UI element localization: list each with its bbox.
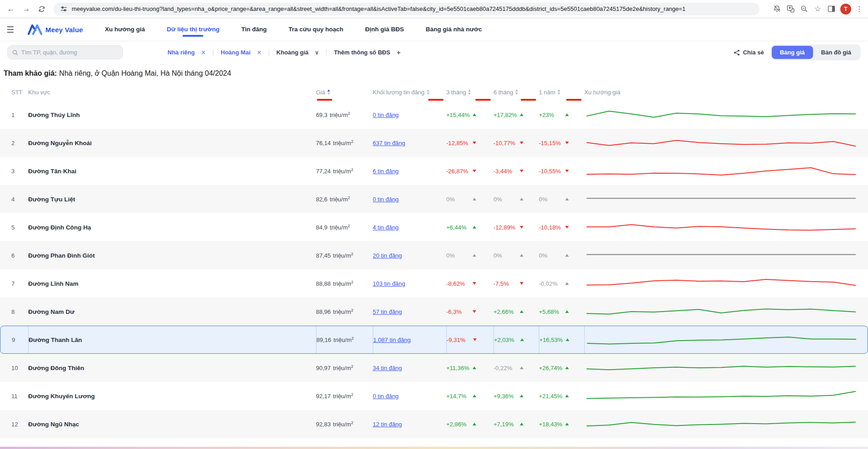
- price-value: 92,83: [316, 421, 331, 428]
- listings-link[interactable]: 0 tin đăng: [373, 196, 399, 203]
- table-row[interactable]: 10Đường Đông Thiên90,97triệu/m234 tin đă…: [0, 354, 868, 382]
- back-icon[interactable]: ←: [5, 3, 17, 15]
- listings-link[interactable]: 1.087 tin đăng: [373, 337, 410, 343]
- change-value: +15,44%: [446, 112, 473, 118]
- trend-down-arrow-icon: [520, 226, 523, 229]
- price-cell: 69,3triệu/m2: [316, 101, 373, 129]
- price-value: 87,45: [316, 252, 331, 259]
- change-m6-cell: -3,44%: [493, 157, 539, 185]
- table-row[interactable]: 3Đường Tân Khai77,24triệu/m26 tin đăng-2…: [0, 157, 868, 185]
- filter-chip-1[interactable]: Hoàng Mai✕: [213, 49, 269, 56]
- translate-icon[interactable]: [786, 5, 795, 14]
- nav-item-2[interactable]: Tin đăng: [231, 21, 276, 38]
- listings-link[interactable]: 637 tin đăng: [373, 140, 405, 146]
- trend-up-arrow-icon: [565, 366, 569, 369]
- sort-icon[interactable]: [468, 89, 471, 95]
- listings-link[interactable]: 0 tin đăng: [373, 112, 399, 118]
- listings-link[interactable]: 57 tin đăng: [373, 308, 402, 315]
- sort-icon[interactable]: [427, 89, 429, 95]
- table-row[interactable]: 9Đường Thanh Lân89,16triệu/m21.087 tin đ…: [0, 326, 868, 354]
- brand-logo[interactable]: Meey Value: [27, 24, 83, 35]
- table-row[interactable]: 6Đường Phan Đình Giót87,45triệu/m220 tin…: [0, 241, 868, 269]
- share-button[interactable]: Chia sẻ: [734, 49, 764, 56]
- chip-plus-icon[interactable]: +: [397, 49, 401, 56]
- forward-icon[interactable]: →: [20, 3, 33, 15]
- browser-toolbar: ← → meeyvalue.com/du-lieu-thi-truong?lan…: [0, 0, 868, 18]
- header-price[interactable]: Giá: [316, 89, 373, 96]
- trend-up-arrow-icon: [473, 198, 476, 200]
- trend-cell: [584, 298, 868, 326]
- trend-down-arrow-icon: [473, 338, 477, 341]
- nav-item-5[interactable]: Bảng giá nhà nước: [416, 21, 492, 38]
- table-row[interactable]: 11Đường Khuyến Lương92,17triệu/m20 tin đ…: [0, 382, 868, 410]
- change-m6-cell: +17,82%: [493, 101, 539, 129]
- listings-link[interactable]: 4 tin đăng: [373, 224, 399, 231]
- listings-link[interactable]: 20 tin đăng: [373, 252, 402, 259]
- header-price-label: Giá: [316, 89, 325, 96]
- chip-close-icon[interactable]: ✕: [257, 49, 261, 56]
- change-m6-cell: +7,19%: [493, 410, 539, 438]
- hamburger-menu-icon[interactable]: ☰: [6, 24, 18, 35]
- street-name: Đường Thúy Lĩnh: [28, 101, 316, 129]
- url-text[interactable]: meeyvalue.com/du-lieu-thi-truong?land_ty…: [72, 5, 686, 12]
- nav-item-1[interactable]: Dữ liệu thị trường: [157, 21, 229, 38]
- sort-icon[interactable]: [327, 89, 330, 95]
- filter-chip-3[interactable]: Thêm thông số BĐS+: [326, 49, 408, 56]
- filter-chip-2[interactable]: Khoảng giá∨: [269, 49, 326, 56]
- street-name: Đường Tựu Liệt: [28, 185, 316, 213]
- listings-link[interactable]: 12 tin đăng: [373, 421, 402, 428]
- sort-icon[interactable]: [515, 89, 518, 95]
- chip-chevron-down-icon[interactable]: ∨: [315, 49, 319, 56]
- price-cell: 89,16triệu/m2: [316, 326, 373, 353]
- table-row[interactable]: 2Đường Nguyễn Khoái76,14triệu/m2637 tin …: [0, 129, 868, 157]
- listings-link[interactable]: 6 tin đăng: [373, 168, 399, 175]
- table-row[interactable]: 1Đường Thúy Lĩnh69,3triệu/m20 tin đăng+1…: [0, 101, 868, 129]
- trend-sparkline: [587, 330, 856, 350]
- reload-icon[interactable]: [35, 3, 48, 15]
- site-settings-icon[interactable]: [59, 5, 68, 14]
- side-panel-icon[interactable]: [827, 5, 836, 14]
- table-row[interactable]: 8Đường Nam Dư88,96triệu/m257 tin đăng-6,…: [0, 298, 868, 326]
- search-box[interactable]: [7, 45, 123, 59]
- filter-chip-0[interactable]: Nhà riêng✕: [160, 49, 213, 56]
- header-6-months[interactable]: 6 tháng: [493, 89, 539, 96]
- change-value: -9,31%: [447, 337, 473, 343]
- change-y1-cell: +23%: [539, 101, 584, 129]
- notifications-blocked-icon[interactable]: [772, 5, 781, 14]
- nav-item-3[interactable]: Tra cứu quy hoạch: [278, 21, 353, 38]
- table-row[interactable]: 12Đường Ngũ Nhạc92,83triệu/m212 tin đăng…: [0, 410, 868, 438]
- table-row[interactable]: 4Đường Tựu Liệt82,6triệu/m20 tin đăng0%0…: [0, 185, 868, 213]
- nav-item-4[interactable]: Định giá BĐS: [355, 21, 414, 38]
- price-value: 88,88: [316, 280, 331, 287]
- listings-link[interactable]: 103 tin đăng: [373, 280, 405, 287]
- header-3-months[interactable]: 3 tháng: [446, 89, 493, 96]
- change-value: +26,74%: [539, 365, 565, 371]
- table-view-button[interactable]: Bảng giá: [772, 46, 813, 59]
- sort-icon[interactable]: [557, 89, 560, 95]
- chrome-menu-icon[interactable]: ⋮: [856, 5, 863, 13]
- view-toggle: Bảng giá Bản đồ giá: [770, 44, 861, 60]
- profile-avatar[interactable]: T: [840, 4, 851, 15]
- change-value: +6,44%: [446, 224, 473, 231]
- header-volume[interactable]: Khối lượng tin đăng: [373, 89, 446, 96]
- trend-cell: [584, 185, 868, 213]
- map-view-button[interactable]: Bản đồ giá: [813, 46, 859, 59]
- trend-up-arrow-icon: [565, 310, 569, 313]
- change-value: -12,89%: [493, 224, 520, 231]
- price-cell: 82,6triệu/m2: [316, 185, 373, 213]
- change-value: -7,5%: [493, 280, 520, 287]
- zoom-icon[interactable]: [799, 5, 809, 14]
- listings-link[interactable]: 0 tin đăng: [373, 393, 399, 400]
- chip-close-icon[interactable]: ✕: [201, 49, 206, 56]
- header-1-year[interactable]: 1 năm: [539, 89, 584, 96]
- nav-item-0[interactable]: Xu hướng giá: [95, 21, 155, 38]
- search-input[interactable]: [21, 49, 118, 56]
- table-row[interactable]: 7Đường Lĩnh Nam88,88triệu/m2103 tin đăng…: [0, 269, 868, 298]
- price-cell: 92,83triệu/m2: [316, 410, 373, 438]
- listings-link[interactable]: 34 tin đăng: [373, 365, 402, 371]
- table-row[interactable]: 5Đường Định Công Hạ84,9triệu/m24 tin đăn…: [0, 213, 868, 241]
- bottom-highlight-strip: [0, 447, 868, 449]
- address-bar[interactable]: meeyvalue.com/du-lieu-thi-truong?land_ty…: [54, 3, 760, 15]
- bookmark-star-icon[interactable]: ☆: [813, 5, 822, 14]
- change-value: -6,3%: [446, 308, 473, 315]
